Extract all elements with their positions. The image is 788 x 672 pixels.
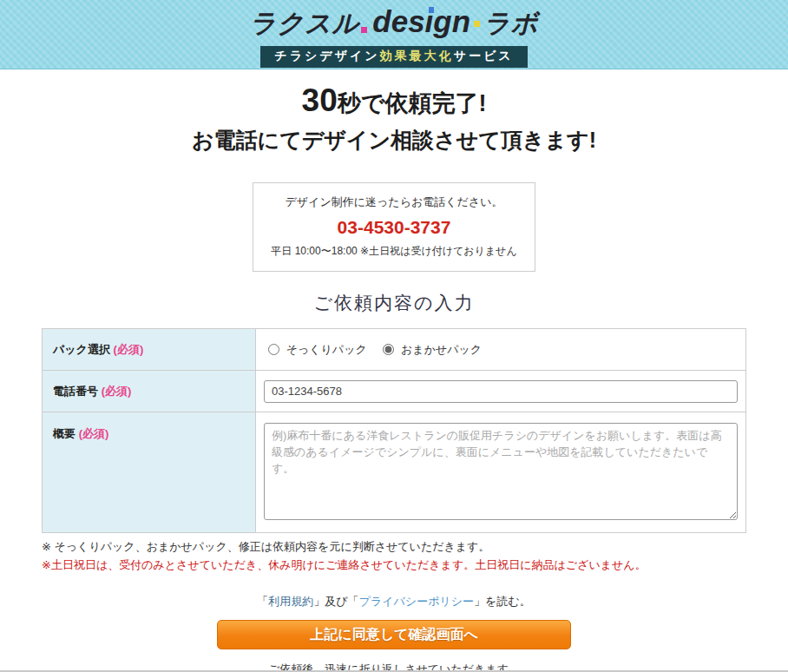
table-row-pack: パック選択 (必須) そっくりパック おまかせパック <box>43 329 746 371</box>
required-badge: (必須) <box>102 385 132 398</box>
logo-i-dot-icon <box>429 7 434 13</box>
form-section-title: ご依頼内容の入力 <box>0 291 788 315</box>
required-badge: (必須) <box>114 343 144 356</box>
phone-label-cell: 電話番号 (必須) <box>43 371 256 412</box>
phone-number-input[interactable] <box>264 380 738 403</box>
logo-text-jp1: ラクスル <box>249 9 359 37</box>
pack-select-label: パック選択 <box>53 343 110 356</box>
pack-select-value-cell: そっくりパック おまかせパック <box>256 329 746 371</box>
note-pack-judgement: ※ そっくりパック、おまかせパック、修正は依頼内容を元に判断させていただきます。 <box>42 539 788 555</box>
site-header: ラクスルdesıgnラボ チラシデザイン効果最大化サービス <box>0 0 788 69</box>
sokkuri-pack-radio[interactable] <box>268 344 279 355</box>
site-logo: ラクスルdesıgnラボ <box>0 0 788 45</box>
page-title: 30秒で依頼完了! <box>0 84 788 120</box>
summary-textarea[interactable] <box>264 423 738 520</box>
summary-label-cell: 概要 (必須) <box>43 412 256 533</box>
tagline-banner: チラシデザイン効果最大化サービス <box>260 46 527 68</box>
summary-field-label: 概要 <box>53 427 76 440</box>
page-subtitle: お電話にてデザイン相談させて頂きます! <box>0 126 788 155</box>
logo-text-jp2: ラボ <box>483 9 538 37</box>
required-badge: (必須) <box>79 427 109 440</box>
phone-value-cell <box>256 371 746 412</box>
note-holiday-warning: ※土日祝日は、受付のみとさせていただき、休み明けにご連絡させていただきます。土日… <box>42 557 788 573</box>
radio-option-omakase[interactable]: おまかせパック <box>378 343 482 356</box>
logo-yellow-dot-icon <box>474 21 480 27</box>
phone-info-box: デザイン制作に迷ったらお電話ください。 03-4530-3737 平日 10:0… <box>253 182 535 272</box>
tagline-part3: サービス <box>454 49 514 63</box>
phone-number: 03-4530-3737 <box>262 217 526 238</box>
phone-field-label: 電話番号 <box>53 385 98 398</box>
terms-link[interactable]: 利用規約 <box>268 595 313 608</box>
radio-option-sokkuri[interactable]: そっくりパック <box>264 343 370 356</box>
logo-magenta-dot-icon <box>361 27 367 33</box>
form-notes: ※ そっくりパック、おまかせパック、修正は依頼内容を元に判断させていただきます。… <box>42 539 788 573</box>
agree-and-confirm-button[interactable]: 上記に同意して確認画面へ <box>217 620 571 649</box>
omakase-pack-radio[interactable] <box>383 344 394 355</box>
table-row-summary: 概要 (必須) <box>43 412 746 533</box>
table-row-phone: 電話番号 (必須) <box>43 371 746 412</box>
agreement-line: 「利用規約」及び「プライバシーポリシー」を読む。 <box>0 594 788 609</box>
request-form-table: パック選択 (必須) そっくりパック おまかせパック 電話番号 (必須) 概要 … <box>42 328 746 533</box>
tagline-part2: 効果最大化 <box>380 49 454 63</box>
title-rest: 秒で依頼完了! <box>338 90 487 116</box>
privacy-policy-link[interactable]: プライバシーポリシー <box>359 595 474 608</box>
pack-select-label-cell: パック選択 (必須) <box>43 329 256 371</box>
phone-lead-text: デザイン制作に迷ったらお電話ください。 <box>262 194 526 210</box>
tagline-part1: チラシデザイン <box>274 49 379 63</box>
phone-hours-text: 平日 10:00〜18:00 ※土日祝は受け付けておりません <box>262 244 526 259</box>
footer-line1: ご依頼後、迅速に折り返しさせていただきます。 <box>0 661 788 672</box>
title-number: 30 <box>302 82 338 118</box>
logo-text-design: desıgn <box>372 4 470 38</box>
summary-value-cell <box>256 412 746 533</box>
footer-notes: ご依頼後、迅速に折り返しさせていただきます。 ※営業時間外にご依頼いただいた場合… <box>0 661 788 672</box>
